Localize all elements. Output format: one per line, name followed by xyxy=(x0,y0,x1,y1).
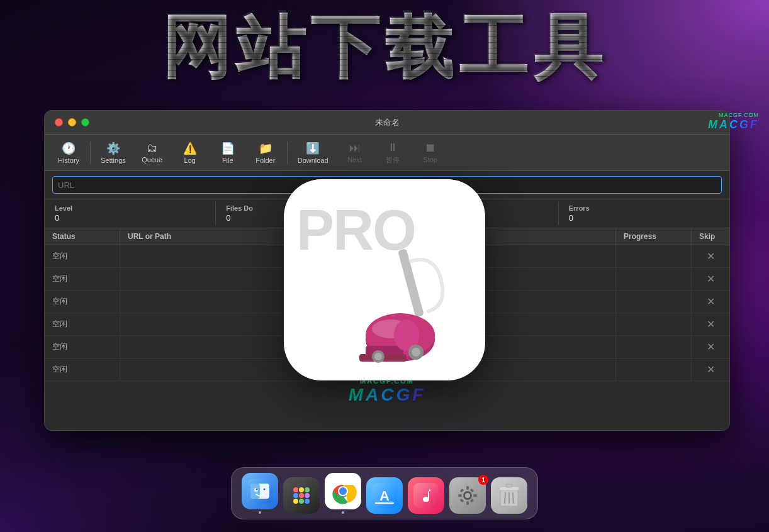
next-button[interactable]: ⏭ Next xyxy=(336,139,374,166)
next-icon: ⏭ xyxy=(349,141,361,155)
svg-point-8 xyxy=(412,348,420,357)
svg-rect-34 xyxy=(413,483,439,508)
minimize-button[interactable] xyxy=(68,118,76,126)
svg-rect-38 xyxy=(466,501,469,505)
chrome-dot xyxy=(342,511,344,514)
dock: A xyxy=(231,467,538,519)
close-button[interactable] xyxy=(55,118,63,126)
row-4-skip: ✕ xyxy=(692,313,729,335)
trash-icon[interactable] xyxy=(491,477,527,514)
settings-button[interactable]: ⚙️ Settings xyxy=(93,139,133,167)
stat-errors-label: Errors xyxy=(569,204,719,212)
finder-icon[interactable] xyxy=(242,473,278,509)
stat-level-value: 0 xyxy=(55,213,205,223)
stop-icon: ⏹ xyxy=(425,141,436,155)
separator-2 xyxy=(287,141,288,164)
log-label: Log xyxy=(184,157,196,164)
fullscreen-button[interactable] xyxy=(81,118,89,126)
dock-item-appstore: A xyxy=(366,477,403,514)
page-title: 网站下载工具 xyxy=(0,13,769,82)
queue-icon: 🗂 xyxy=(147,141,158,155)
dock-item-chrome xyxy=(325,473,361,514)
svg-rect-40 xyxy=(473,494,477,497)
history-button[interactable]: 🕐 History xyxy=(50,139,87,167)
row-3-skip: ✕ xyxy=(692,291,729,313)
row-6-skip: ✕ xyxy=(692,358,729,380)
skip-x-icon[interactable]: ✕ xyxy=(707,296,715,308)
stat-level-label: Level xyxy=(55,204,205,212)
svg-point-20 xyxy=(305,487,310,492)
download-button[interactable]: ⬇️ Download xyxy=(290,139,336,167)
row-5-skip: ✕ xyxy=(692,336,729,358)
row-5-progress xyxy=(616,336,692,358)
skip-x-icon[interactable]: ✕ xyxy=(707,363,715,375)
col-status: Status xyxy=(45,228,120,245)
folder-button[interactable]: 📁 Folder xyxy=(247,139,284,167)
launchpad-icon[interactable] xyxy=(283,477,320,514)
svg-point-25 xyxy=(299,499,304,504)
row-1-progress xyxy=(616,245,692,267)
stop-label: Stop xyxy=(423,156,437,163)
file-button[interactable]: 📄 File xyxy=(209,139,247,167)
svg-point-21 xyxy=(293,493,298,498)
svg-text:A: A xyxy=(379,488,390,504)
dock-item-trash xyxy=(491,477,527,514)
history-label: History xyxy=(58,157,79,164)
svg-point-17 xyxy=(264,489,266,490)
stop-button[interactable]: ⏹ Stop xyxy=(412,139,449,166)
svg-line-48 xyxy=(513,493,514,503)
svg-rect-41 xyxy=(459,488,464,492)
row-1-status: 空闲 xyxy=(45,245,120,267)
folder-label: Folder xyxy=(255,157,275,164)
row-3-progress xyxy=(616,291,692,313)
music-icon[interactable] xyxy=(408,477,444,514)
skip-x-icon[interactable]: ✕ xyxy=(707,318,715,330)
file-icon: 📄 xyxy=(221,141,235,155)
svg-point-24 xyxy=(293,499,298,504)
svg-point-16 xyxy=(256,489,258,490)
dock-item-sysprefs: 1 xyxy=(449,477,486,514)
sysprefs-icon[interactable]: 1 xyxy=(449,477,486,514)
row-2-progress xyxy=(616,268,692,290)
row-4-status: 空闲 xyxy=(45,313,120,335)
appstore-icon[interactable]: A xyxy=(366,477,403,514)
dock-item-launchpad xyxy=(283,477,320,514)
pause-button[interactable]: ⏸ 暂停 xyxy=(374,138,412,167)
vacuum-svg xyxy=(340,236,479,374)
skip-x-icon[interactable]: ✕ xyxy=(707,250,715,262)
pause-label: 暂停 xyxy=(386,155,400,165)
queue-button[interactable]: 🗂 Queue xyxy=(133,139,171,166)
stat-level: Level 0 xyxy=(45,202,216,225)
next-label: Next xyxy=(347,156,362,163)
sysprefs-badge: 1 xyxy=(478,475,488,485)
svg-line-46 xyxy=(505,493,505,503)
titlebar: 未命名 xyxy=(45,111,729,135)
history-icon: 🕐 xyxy=(62,141,76,155)
skip-x-icon[interactable]: ✕ xyxy=(707,273,715,285)
finder-dot xyxy=(259,511,261,514)
svg-rect-42 xyxy=(469,498,474,502)
pause-icon: ⏸ xyxy=(387,141,398,154)
row-4-progress xyxy=(616,313,692,335)
row-6-status: 空闲 xyxy=(45,358,120,380)
row-1-skip: ✕ xyxy=(692,245,729,267)
log-button[interactable]: ⚠️ Log xyxy=(171,139,209,167)
svg-rect-50 xyxy=(506,484,512,487)
svg-point-36 xyxy=(465,493,470,498)
svg-point-26 xyxy=(305,499,310,504)
separator-1 xyxy=(90,141,91,164)
row-3-status: 空闲 xyxy=(45,291,120,313)
row-2-status: 空闲 xyxy=(45,268,120,290)
svg-point-30 xyxy=(339,487,347,495)
svg-rect-43 xyxy=(469,488,474,492)
dock-item-music xyxy=(408,477,444,514)
traffic-lights xyxy=(55,118,89,126)
svg-rect-39 xyxy=(458,494,462,497)
svg-point-18 xyxy=(293,487,298,492)
row-5-status: 空闲 xyxy=(45,336,120,358)
svg-point-22 xyxy=(299,493,304,498)
skip-x-icon[interactable]: ✕ xyxy=(707,341,715,353)
settings-icon: ⚙️ xyxy=(106,141,120,155)
chrome-icon[interactable] xyxy=(325,473,361,509)
stat-errors-value: 0 xyxy=(569,213,719,223)
